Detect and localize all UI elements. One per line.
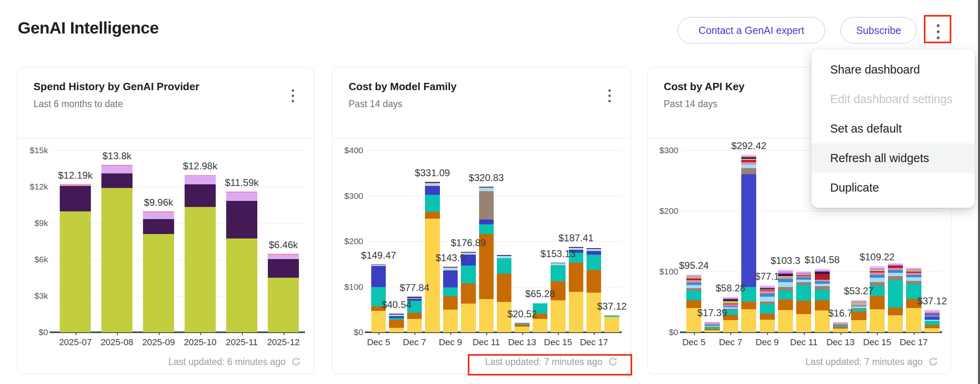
bar-segment xyxy=(741,174,756,287)
card-kebab-icon[interactable] xyxy=(601,85,618,106)
bar-segment xyxy=(268,255,299,259)
bar-value-label: $320.83 xyxy=(469,172,504,184)
bar-value-label: $77.1 xyxy=(755,271,779,282)
bar-value-label: $58.28 xyxy=(716,283,745,294)
bar-segment xyxy=(371,311,386,332)
bar[interactable] xyxy=(479,187,494,332)
bar[interactable] xyxy=(371,264,386,332)
x-tick-label: Dec 7 xyxy=(403,337,426,348)
bar[interactable] xyxy=(268,254,299,332)
bar-slot: $40.54 xyxy=(387,150,405,332)
bar[interactable] xyxy=(587,248,601,332)
bar-segment xyxy=(479,191,494,219)
bar[interactable] xyxy=(686,274,701,332)
dashboard-kebab-menu-icon[interactable] xyxy=(929,20,947,43)
bar-slot: $37.12 xyxy=(603,150,620,332)
bar-segment xyxy=(778,287,793,291)
bar-segment xyxy=(587,270,601,293)
bar-segment xyxy=(461,283,475,304)
menu-item-duplicate[interactable]: Duplicate xyxy=(812,173,975,203)
bar-segment xyxy=(443,268,458,270)
contact-expert-button[interactable]: Contact a GenAI expert xyxy=(677,17,825,44)
bar-segment xyxy=(778,291,793,300)
menu-item-set-as-default[interactable]: Set as default xyxy=(812,114,975,143)
bar-segment xyxy=(815,310,830,332)
bar-segment xyxy=(443,310,458,332)
menu-item-refresh-all-widgets[interactable]: Refresh all widgets xyxy=(812,143,975,173)
bar[interactable] xyxy=(443,267,458,332)
bar[interactable] xyxy=(778,270,793,332)
bar-segment xyxy=(533,319,547,332)
bar[interactable] xyxy=(796,271,811,333)
bar[interactable] xyxy=(389,314,404,332)
bar[interactable] xyxy=(705,322,719,332)
bar-segment xyxy=(143,212,174,219)
y-tick-label: $200 xyxy=(334,236,363,246)
y-tick-label: $300 xyxy=(334,191,363,201)
bar-segment xyxy=(185,207,215,333)
bar-slot: Dec 11 xyxy=(795,150,813,332)
bar-value-label: $187.41 xyxy=(558,232,593,244)
bar-segment xyxy=(760,293,775,297)
bar-value-label: $153.13 xyxy=(540,248,576,260)
bar-segment xyxy=(888,276,903,281)
y-tick-label: $12k xyxy=(19,182,48,192)
card-spend-history: Spend History by GenAI Provider Last 6 m… xyxy=(17,67,314,374)
dashboard-dropdown-menu: Share dashboard Edit dashboard settings … xyxy=(812,50,975,208)
refresh-icon[interactable] xyxy=(607,356,618,367)
x-tick-mark xyxy=(414,332,415,335)
y-tick-label: $0 xyxy=(649,327,678,337)
bar[interactable] xyxy=(741,155,756,332)
x-tick-mark xyxy=(767,332,768,335)
refresh-icon[interactable] xyxy=(927,356,939,367)
bar-segment xyxy=(906,308,921,332)
y-tick-label: $0 xyxy=(19,327,48,337)
bar-segment xyxy=(870,275,885,278)
bar[interactable] xyxy=(925,310,940,333)
plot-area: $12.19k2025-07$13.8k2025-08$9.96k2025-09… xyxy=(52,150,305,332)
refresh-icon[interactable] xyxy=(290,356,302,367)
bar[interactable] xyxy=(185,175,215,332)
bar[interactable] xyxy=(497,255,511,332)
bar[interactable] xyxy=(226,192,257,332)
bar-value-label: $53.27 xyxy=(844,285,873,297)
menu-item-share-dashboard[interactable]: Share dashboard xyxy=(812,55,975,84)
last-updated-text: Last updated: 7 minutes ago xyxy=(805,357,923,367)
bar[interactable] xyxy=(604,315,619,332)
bar[interactable] xyxy=(851,300,866,332)
x-tick-label: Dec 15 xyxy=(544,337,572,348)
bar-value-label: $16.7 xyxy=(829,308,853,319)
x-tick-mark xyxy=(450,332,451,335)
bar-segment xyxy=(185,184,215,207)
x-tick-mark xyxy=(594,332,595,335)
bar-segment xyxy=(888,280,903,308)
bar-segment xyxy=(389,328,404,332)
bar-value-label: $20.52 xyxy=(507,308,537,320)
bar[interactable] xyxy=(815,269,830,332)
bar-value-label: $109.22 xyxy=(860,251,895,263)
bar[interactable] xyxy=(60,184,90,332)
y-tick-label: $300 xyxy=(649,146,678,155)
subscribe-button[interactable]: Subscribe xyxy=(840,17,917,44)
y-tick-label: $400 xyxy=(334,146,363,155)
bar[interactable] xyxy=(870,266,885,332)
bar[interactable] xyxy=(569,247,583,332)
x-tick-label: 2025-10 xyxy=(184,337,217,348)
x-tick-label: Dec 11 xyxy=(790,337,818,348)
spend-history-chart: $0$3k$6k$9k$12k$15k$12.19k2025-07$13.8k2… xyxy=(23,150,305,332)
bar[interactable] xyxy=(888,263,903,332)
bar-segment xyxy=(515,327,529,332)
card-kebab-icon[interactable] xyxy=(285,85,301,106)
bar[interactable] xyxy=(515,323,529,332)
bar-segment xyxy=(741,309,756,332)
bar[interactable] xyxy=(143,211,174,332)
bar-slot: $58.28Dec 7 xyxy=(721,150,740,332)
bar-value-label: $37.12 xyxy=(917,295,947,307)
bar-value-label: $65.28 xyxy=(525,288,555,300)
bar-segment xyxy=(906,281,921,284)
bar[interactable] xyxy=(461,252,475,332)
bar[interactable] xyxy=(101,165,132,332)
bar[interactable] xyxy=(760,285,775,332)
bar-value-label: $6.46k xyxy=(269,239,298,251)
bar[interactable] xyxy=(833,322,848,332)
